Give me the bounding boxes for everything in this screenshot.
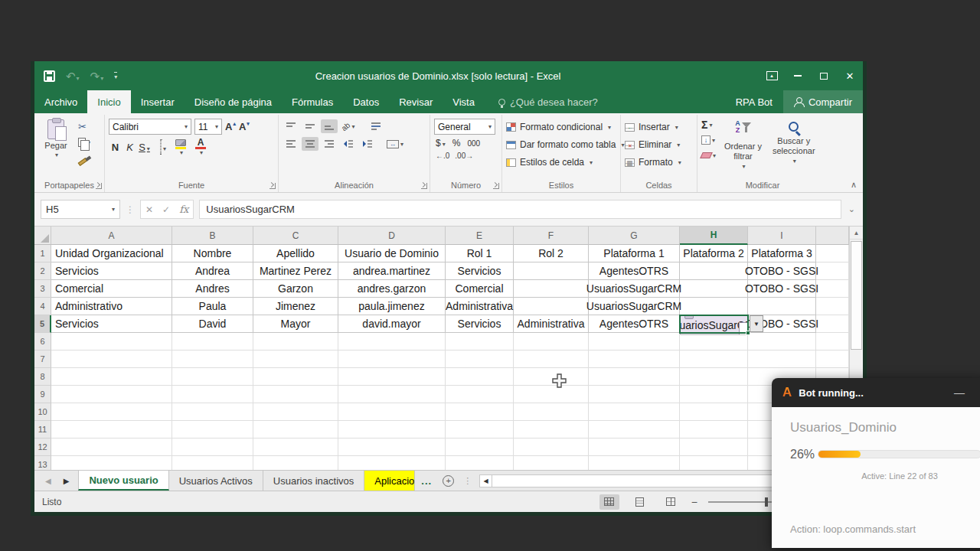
format-cells-button[interactable]: Formato [625,155,681,170]
format-painter-button[interactable] [78,152,90,165]
cell-G5[interactable]: AgentesOTRS [589,315,680,333]
enter-icon[interactable]: ✓ [162,204,170,215]
cell-X3[interactable] [816,280,849,298]
cell-H10[interactable] [680,403,748,421]
sheet-nav-right-icon[interactable]: ▶ [64,477,70,485]
cell-C1[interactable]: Apellido [253,245,338,262]
cell-A11[interactable] [51,421,172,439]
cell-C9[interactable] [253,386,338,403]
data-validation-dropdown-button[interactable]: ▼ [750,315,763,332]
undo-button[interactable]: ↶▾ [66,70,80,82]
cell-H2[interactable] [680,262,748,280]
cell-C2[interactable]: Martinez Perez [253,262,338,280]
clear-button[interactable] [701,149,716,161]
row-header-13[interactable]: 13 [34,456,51,470]
cell-F5[interactable]: Administrativa [514,315,589,333]
cell-I2[interactable]: OTOBO - SGSI [748,262,816,280]
row-header-5[interactable]: 5 [34,315,51,333]
cell-H3[interactable] [680,280,748,298]
column-header-A[interactable]: A [51,227,172,245]
align-left-button[interactable] [283,137,299,151]
paste-button[interactable]: Pegar [38,116,74,158]
ribbon-tab-archivo[interactable]: Archivo [34,90,87,113]
cell-I4[interactable] [748,298,816,315]
maximize-button[interactable] [811,61,837,90]
row-header-8[interactable]: 8 [34,368,51,386]
clipboard-dialog-launcher-icon[interactable] [96,183,102,189]
cell-A12[interactable] [51,439,172,456]
italic-button[interactable]: K [123,142,136,153]
sheet-nav-left-icon[interactable]: ◀ [45,477,51,485]
select-all-corner[interactable] [34,227,51,245]
cell-D3[interactable]: andres.garzon [338,280,446,298]
scroll-left-icon[interactable]: ◀ [479,474,492,487]
number-format-combo[interactable]: General [434,119,495,135]
cell-G10[interactable] [589,403,680,421]
cell-H13[interactable] [680,456,748,470]
cell-B9[interactable] [172,386,253,403]
sheet-tab-usuarios-inactivos[interactable]: Usuarios inactivos [263,471,365,491]
expand-formula-bar-icon[interactable]: ⌄ [847,204,857,214]
increase-font-size-button[interactable]: A▴ [225,121,236,132]
cell-D8[interactable] [338,368,446,386]
column-header-F[interactable]: F [514,227,589,245]
cell-B10[interactable] [172,403,253,421]
copy-button[interactable] [78,136,90,148]
ribbon-tab-vista[interactable]: Vista [443,90,485,113]
autosum-button[interactable]: Σ [701,119,716,131]
cell-E7[interactable] [446,350,514,368]
find-select-button[interactable]: Buscar yseleccionar [770,119,818,171]
cell-D10[interactable] [338,403,446,421]
cell-F10[interactable] [514,403,589,421]
increase-decimals-button[interactable]: ←.0 [436,152,449,160]
cell-F12[interactable] [514,439,589,456]
page-layout-view-button[interactable] [630,494,650,510]
cell-G11[interactable] [589,421,680,439]
cell-A5[interactable]: Servicios [51,315,172,333]
sheet-tab-usuarios-activos[interactable]: Usuarios Activos [169,471,263,491]
cell-X1[interactable] [816,245,849,262]
cell-E11[interactable] [446,421,514,439]
scroll-up-icon[interactable]: ▲ [850,227,863,240]
cell-G8[interactable] [589,368,680,386]
cell-H11[interactable] [680,421,748,439]
cell-B2[interactable]: Andrea [172,262,253,280]
close-button[interactable]: ✕ [837,61,863,90]
sort-filter-button[interactable]: AZ Ordenar yfiltrar [722,119,764,171]
cell-B11[interactable] [172,421,253,439]
tab-rpa-bot[interactable]: RPA Bot [725,90,783,113]
cell-C11[interactable] [253,421,338,439]
row-header-12[interactable]: 12 [34,439,51,456]
cell-B5[interactable]: David [172,315,253,333]
cell-C12[interactable] [253,439,338,456]
cell-E13[interactable] [446,456,514,470]
cell-E1[interactable]: Rol 1 [446,245,514,262]
cell-X6[interactable] [816,333,849,350]
column-header-D[interactable]: D [338,227,446,245]
cell-D2[interactable]: andrea.martinez [338,262,446,280]
font-dialog-launcher-icon[interactable] [270,183,276,189]
row-header-6[interactable]: 6 [34,333,51,350]
cell-D13[interactable] [338,456,446,470]
ribbon-tab-f-rmulas[interactable]: Fórmulas [282,90,343,113]
normal-view-button[interactable] [599,494,619,510]
redo-button[interactable]: ↷▾ [90,70,104,82]
cell-G13[interactable] [589,456,680,470]
cell-A1[interactable]: Unidad Organizacional [51,245,172,262]
sheet-tab-nuevo-usuario[interactable]: Nuevo usuario [78,471,168,491]
cancel-icon[interactable]: ✕ [145,204,153,215]
column-header-G[interactable]: G [589,227,680,245]
delete-cells-button[interactable]: Eliminar [625,137,681,152]
cell-B13[interactable] [172,456,253,470]
cell-B1[interactable]: Nombre [172,245,253,262]
cell-C10[interactable] [253,403,338,421]
comma-format-button[interactable]: 000 [467,139,480,148]
cell-styles-button[interactable]: Estilos de celda [506,155,624,170]
cell-A7[interactable] [51,350,172,368]
cell-G12[interactable] [589,439,680,456]
page-break-view-button[interactable] [661,494,681,510]
cell-E10[interactable] [446,403,514,421]
cell-A10[interactable] [51,403,172,421]
borders-button[interactable] [160,140,166,154]
cell-H7[interactable] [680,350,748,368]
